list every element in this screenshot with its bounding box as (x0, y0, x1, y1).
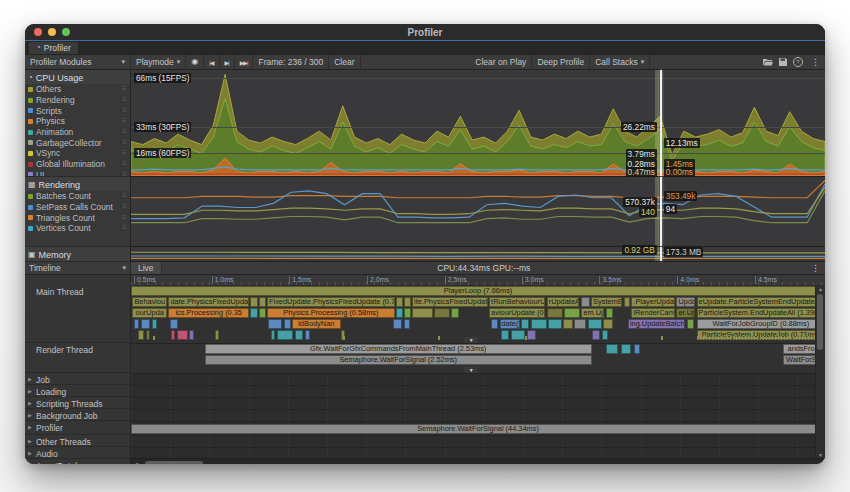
legend-item-vsync[interactable]: VSync≡ (25, 148, 130, 159)
timeline-span[interactable] (687, 319, 694, 329)
timeline-span[interactable]: date() (500, 319, 520, 329)
horizontal-scroll-thumb[interactable] (145, 461, 203, 464)
timeline-span[interactable] (606, 344, 618, 354)
thread-label-render-thread[interactable]: Render Thread (25, 343, 130, 373)
timeline-span[interactable] (268, 319, 282, 329)
thread-label-loading[interactable]: ▶Loading (25, 385, 130, 397)
timeline-span[interactable] (152, 319, 158, 329)
live-toggle[interactable]: Live (131, 262, 162, 274)
legend-item-others[interactable]: Others≡ (25, 84, 130, 95)
current-frame-button[interactable]: ▶▶| (235, 55, 254, 69)
timeline-span[interactable] (171, 330, 175, 340)
timeline-span[interactable]: WaitForJobGroupID (0.88ms) (697, 319, 825, 329)
collapse-arrow-icon[interactable]: ▼ (464, 367, 478, 373)
module-header-rendering[interactable]: ▦Rendering (25, 177, 130, 191)
timeline-span[interactable] (491, 319, 498, 329)
timeline-span[interactable]: PlayerLoop (7.66ms) (131, 286, 825, 296)
legend-item-setpass-calls-count[interactable]: SetPass Calls Count≡ (25, 202, 130, 213)
timeline-span[interactable]: er.Upd (676, 308, 694, 318)
timeline-span[interactable] (624, 297, 630, 307)
timeline-span[interactable]: aviourUpdate (0.33 (489, 308, 545, 318)
timeline-menu-button[interactable]: ⋮ (806, 263, 825, 273)
timeline-vertical-scrollbar[interactable]: ▲ ▼ (815, 285, 825, 459)
timeline-span[interactable]: FixedUpdate.PhysicsFixedUpdate (0.75ms) (267, 297, 395, 307)
toolbar-menu-button[interactable]: ⋮ (806, 57, 825, 67)
legend-item-rendering[interactable]: Rendering≡ (25, 95, 130, 106)
timeline-span[interactable]: SystemB (591, 297, 622, 307)
timeline-span[interactable] (412, 308, 433, 318)
timeline-span[interactable] (581, 297, 590, 307)
thread-label-scripting-threads[interactable]: ▶Scripting Threads (25, 397, 130, 409)
timeline-span[interactable]: ing.UpdateBatch (628, 319, 685, 329)
expand-arrow-icon[interactable]: ▶ (28, 400, 32, 406)
expand-arrow-icon[interactable]: ▶ (28, 412, 32, 418)
record-button[interactable]: ◉ (186, 55, 204, 69)
timeline-span[interactable] (215, 330, 219, 340)
expand-arrow-icon[interactable]: ▶ (28, 388, 32, 394)
memory-chart[interactable]: 0.92 GB173.3 MB (131, 247, 825, 262)
module-header-cpu-usage[interactable]: ◔CPU Usage (25, 70, 130, 84)
timeline-span[interactable] (177, 330, 188, 340)
timeline-span[interactable] (393, 319, 402, 329)
timeline-horizontal-scrollbar[interactable]: ◀ ▶ (131, 458, 825, 464)
timeline-span[interactable] (588, 319, 602, 329)
timeline-span[interactable] (284, 319, 291, 329)
timeline-span[interactable] (305, 330, 311, 340)
timeline-span[interactable] (603, 319, 613, 329)
drag-handle-icon[interactable]: ≡ (122, 160, 127, 168)
module-header-memory[interactable]: ▣Memory (25, 247, 130, 261)
timeline-span[interactable] (621, 344, 631, 354)
timeline-span[interactable]: Gfx.WaitForGfxCommandsFromMainThread (2.… (205, 344, 592, 354)
drag-handle-icon[interactable]: ≡ (122, 192, 127, 200)
tab-profiler[interactable]: ◔ Profiler (29, 42, 78, 54)
timeline-span[interactable]: ParticleSystem.EndUpdateAll (1.39ms) (697, 308, 825, 318)
legend-item-vertices-count[interactable]: Vertices Count≡ (25, 223, 130, 234)
timeline-span[interactable]: .PlayerUpdateCa (631, 297, 675, 307)
legend-item-garbagecollector[interactable]: GarbageCollector≡ (25, 137, 130, 148)
timeline-span[interactable] (564, 308, 580, 318)
timeline-span[interactable] (511, 330, 526, 340)
timeline-span[interactable]: lRenderCanvas (631, 308, 675, 318)
deep-profile-toggle[interactable]: Deep Profile (532, 55, 590, 69)
timeline-span[interactable] (277, 330, 294, 340)
legend-item-scripts[interactable]: Scripts≡ (25, 105, 130, 116)
timeline-span[interactable] (404, 319, 410, 329)
timeline-span[interactable] (250, 308, 258, 318)
timeline-span[interactable] (146, 330, 151, 340)
help-button[interactable]: ? (790, 55, 806, 69)
thread-label-profiler[interactable]: ▶Profiler (25, 421, 130, 435)
legend-item-animation[interactable]: Animation≡ (25, 127, 130, 138)
thread-label-job[interactable]: ▶Job (25, 373, 130, 385)
legend-item-triangles-count[interactable]: Triangles Count≡ (25, 212, 130, 223)
selected-frame-line[interactable] (660, 177, 662, 246)
drag-handle-icon[interactable]: ≡ (122, 214, 127, 222)
timeline-span[interactable] (138, 330, 144, 340)
cpu-usage-chart[interactable]: 66ms (15FPS)33ms (30FPS)16ms (60FPS)26.2… (131, 70, 825, 177)
timeline-span[interactable] (141, 319, 151, 329)
thread-label-audio[interactable]: ▶Audio (25, 447, 130, 459)
call-stacks-dropdown[interactable]: Call Stacks ▾ (590, 55, 650, 69)
timeline-span[interactable] (271, 330, 275, 340)
profiler-modules-dropdown[interactable]: Profiler Modules ▾ (25, 55, 131, 69)
timeline-span[interactable]: eUpdate.ParticleSystemEndUpdateAll (1 (697, 297, 825, 307)
timeline-span[interactable] (602, 330, 608, 340)
legend-item-physics[interactable]: Physics≡ (25, 116, 130, 127)
clear-button[interactable]: Clear (329, 55, 360, 69)
timeline-span[interactable] (606, 308, 614, 318)
timeline-view-dropdown[interactable]: Timeline ▾ (25, 262, 131, 274)
thread-label-assetdatabase[interactable]: ▶AssetDatabase (25, 459, 130, 464)
legend-item-global-illumination[interactable]: Global Illumination≡ (25, 159, 130, 170)
save-profile-button[interactable] (776, 55, 790, 69)
timeline-span[interactable]: Physics.Processing (0.58ms) (267, 308, 395, 318)
timeline-span[interactable] (548, 319, 562, 329)
timeline-span[interactable]: ourUpda (132, 308, 167, 318)
expand-arrow-icon[interactable]: ▶ (28, 376, 32, 382)
timeline-span[interactable]: ite.PhysicsFixedUpdate (412, 297, 488, 307)
timeline-span[interactable] (531, 319, 547, 329)
playmode-dropdown[interactable]: Playmode ▾ (131, 55, 186, 69)
timeline-span[interactable] (563, 319, 573, 329)
selected-frame-line[interactable] (660, 70, 662, 176)
drag-handle-icon[interactable]: ≡ (122, 85, 127, 93)
drag-handle-icon[interactable]: ≡ (122, 96, 127, 104)
timeline-span[interactable] (250, 297, 258, 307)
